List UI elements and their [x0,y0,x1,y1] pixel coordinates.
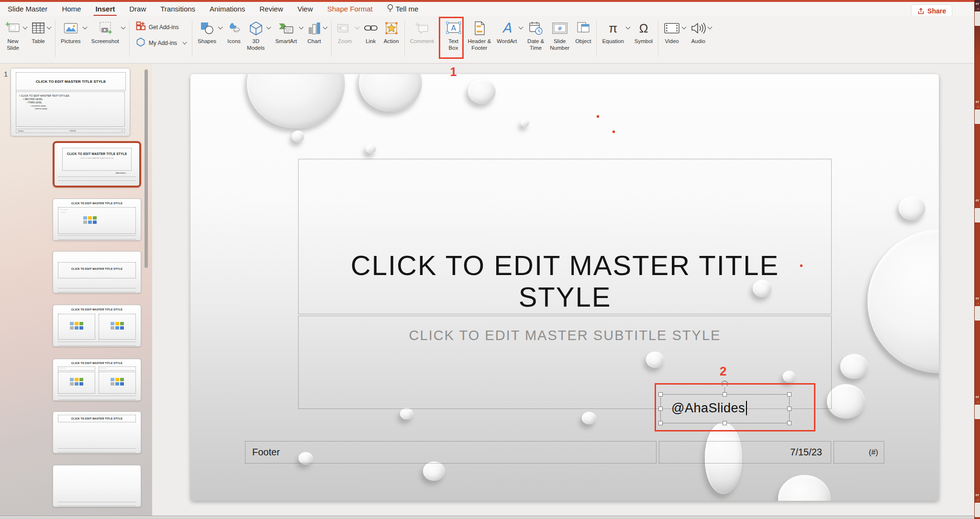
chevron-down-icon[interactable] [625,25,630,30]
chevron-down-icon[interactable] [323,25,327,30]
layout-thumbnail-title-only[interactable]: CLICK TO EDIT MASTER TITLE STYLE [53,411,141,453]
header-footer-icon [474,20,485,37]
ribbon-separator [192,21,192,57]
chevron-down-icon[interactable] [267,25,271,30]
layout-thumbnail-title-content[interactable]: CLICK TO EDIT MASTER TITLE STYLE • — — —… [53,199,141,241]
water-drop [400,408,413,420]
video-icon [664,20,680,37]
lightbulb-icon [387,4,393,14]
chevron-down-icon[interactable] [519,25,523,30]
tab-draw[interactable]: Draw [129,5,146,13]
tab-slide-master[interactable]: Slide Master [8,5,47,13]
ribbon-button-action[interactable]: Action [381,16,402,45]
slide-canvas[interactable]: CLICK TO EDIT MASTER TITLE STYLE CLICK T… [190,74,939,501]
ribbon-button-label: Date & Time [527,38,544,51]
ribbon-button-chart[interactable]: Chart [305,16,329,45]
background-thumb [975,110,980,124]
tab-home[interactable]: Home [62,5,81,13]
ribbon-button-audio[interactable]: Audio [688,16,713,45]
layout-thumbnail-section-header[interactable]: CLICK TO EDIT MASTER TITLE STYLE ··· ···… [53,251,141,293]
ribbon-button-label: 3D Models [247,38,265,51]
ribbon-button-label: Text Box [448,38,458,51]
3d-models-icon [249,20,263,37]
master-title-text: CLICK TO EDIT MASTER TITLE STYLE [319,250,812,314]
water-drop [840,354,868,379]
layout-thumbnail-title-slide[interactable]: CLICK TO EDIT MASTER TITLE STYLE CLICK T… [53,141,141,188]
background-thumb [975,208,980,222]
ribbon-button-3d-models[interactable]: 3D Models [244,16,272,51]
ribbon-button-table[interactable]: Table [29,16,53,45]
date-placeholder[interactable]: 7/15/23 [659,441,831,464]
editing-workspace: CLICK TO EDIT MASTER TITLE STYLE CLICK T… [152,64,974,516]
ribbon-button-header-footer[interactable]: Header & Footer [465,16,494,51]
layout-thumbnail-comparison[interactable]: CLICK TO EDIT MASTER TITLE STYLE — — — —… [53,359,141,401]
annotation-number-2: 2 [720,364,726,379]
water-drop [247,74,345,128]
ribbon-button-icons[interactable]: Icons [224,16,244,45]
ribbon-button-label: Shapes [198,38,216,45]
background-thumb [975,11,980,26]
chevron-down-icon[interactable] [218,25,223,30]
ribbon-button-date-time[interactable]: Date & Time [524,16,547,51]
ribbon-button-wordart[interactable]: A WordArt [494,16,524,45]
ribbon-button-video[interactable]: Video [661,16,688,45]
screenshot-icon [98,20,113,37]
chevron-down-icon[interactable] [682,25,687,30]
layout-thumbnail-two-content[interactable]: CLICK TO EDIT MASTER TITLE STYLE [53,305,141,347]
share-icon [917,8,924,15]
tab-tell-me[interactable]: Tell me [387,4,419,14]
layout-thumbnail-blank[interactable] [53,465,141,507]
tab-shape-format[interactable]: Shape Format [327,5,373,13]
water-drop [868,230,939,373]
chevron-down-icon[interactable] [23,25,28,30]
ribbon-button-label: Video [665,38,679,45]
svg-text:A: A [451,24,456,33]
text-box-icon: A [445,20,462,37]
action-icon [385,20,398,37]
annotation-box-2 [655,383,815,431]
date-text: 7/15/23 [790,447,831,458]
ribbon-button-equation[interactable]: π Equation [599,16,631,45]
ribbon-button-pictures[interactable]: Pictures [58,16,89,45]
tab-transitions[interactable]: Transitions [160,5,195,13]
symbol-icon: Ω [639,20,648,37]
tab-view[interactable]: View [297,5,312,13]
chevron-down-icon[interactable] [121,25,125,30]
chevron-down-icon[interactable] [82,25,87,30]
ribbon-button-symbol[interactable]: Ω Symbol [632,16,656,45]
ribbon-button-text-box[interactable]: A Text Box 1 [442,16,465,51]
ribbon-button-label: Zoom [338,38,352,45]
thumb-footer-strip: Footer 7/15/23 # [16,129,125,133]
ribbon-button-link[interactable]: Link [361,16,381,45]
ribbon-button-label: Screenshot [91,38,119,45]
ribbon-separator [658,21,658,57]
ribbon-button-shapes[interactable]: Shapes [195,16,224,45]
tab-insert[interactable]: Insert [95,5,115,13]
ribbon-button-my-addins[interactable]: My Add-ins [136,37,186,48]
ribbon-button-new-slide[interactable]: New Slide [2,16,29,51]
master-slide-thumbnail[interactable]: CLICK TO EDIT MASTER TITLE STYLE • CLICK… [11,68,130,136]
slide-number-icon: # [552,20,568,37]
thumbnail-scrollbar[interactable] [145,69,148,268]
background-window-fragment: er ..t [975,493,980,517]
slide-number-placeholder[interactable]: (#) [834,441,884,464]
chevron-down-icon[interactable] [708,25,713,30]
ribbon-button-slide-number[interactable]: # Slide Number [547,16,572,51]
chevron-down-icon[interactable] [182,40,187,44]
chevron-down-icon[interactable] [47,25,52,30]
water-drop [468,79,496,104]
background-thumb [975,503,980,517]
ribbon-button-screenshot[interactable]: Screenshot [89,16,127,45]
svg-text:#: # [557,25,562,32]
thumb-body-placeholder: • CLICK TO EDIT MASTER TEXT STYLES • SEC… [16,91,125,127]
chevron-down-icon[interactable] [299,25,303,30]
footer-placeholder[interactable]: Footer [245,441,657,464]
ribbon-button-get-addins[interactable]: Get Add-ins [136,22,186,33]
ribbon-button-object[interactable]: Object [572,16,594,45]
ribbon-button-smartart[interactable]: SmartArt [272,16,304,45]
title-placeholder[interactable]: CLICK TO EDIT MASTER TITLE STYLE [298,159,832,314]
tab-animations[interactable]: Animations [210,5,245,13]
wordart-icon: A [499,20,514,37]
tab-review[interactable]: Review [259,5,283,13]
background-window-strip: er ..c er ..t er .. er ..t er ..t er ..t [974,0,980,519]
